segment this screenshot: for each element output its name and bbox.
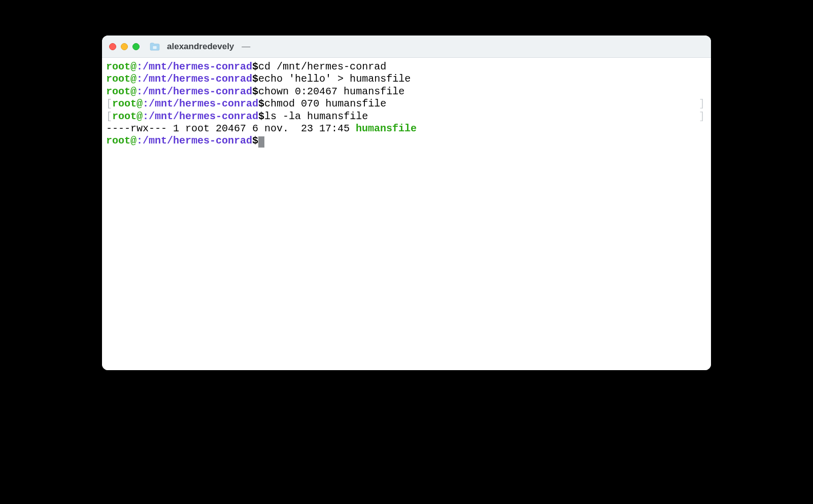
traffic-lights	[109, 43, 140, 50]
terminal-line: root@:/mnt/hermes-conrad$echo 'hello' > …	[106, 73, 707, 85]
left-bracket: [	[106, 98, 112, 110]
prompt-dollar: $	[252, 135, 258, 147]
window-title-suffix: —	[242, 42, 250, 52]
terminal-line: root@:/mnt/hermes-conrad$cd /mnt/hermes-…	[106, 61, 707, 73]
prompt-sep: :	[143, 98, 149, 110]
prompt-path: /mnt/hermes-conrad	[149, 111, 258, 122]
prompt-sep: :	[137, 135, 143, 147]
command-text: ls -la humansfile	[264, 111, 368, 122]
command-text: cd /mnt/hermes-conrad	[258, 61, 386, 73]
terminal-line: ----rwx--- 1 root 20467 6 nov. 23 17:45 …	[106, 123, 707, 135]
prompt-path: /mnt/hermes-conrad	[143, 135, 252, 147]
filename: humansfile	[356, 123, 417, 134]
prompt-dollar: $	[252, 61, 258, 73]
prompt-dollar: $	[258, 98, 264, 110]
prompt-sep: :	[137, 86, 143, 97]
terminal-window: alexandredevely — root@:/mnt/hermes-conr…	[102, 35, 711, 370]
prompt-dollar: $	[252, 73, 258, 85]
prompt-user: root@	[112, 111, 143, 122]
prompt-path: /mnt/hermes-conrad	[143, 73, 252, 85]
prompt-user: root@	[106, 135, 137, 147]
right-bracket: ]	[699, 111, 705, 123]
right-bracket: ]	[699, 98, 705, 110]
titlebar[interactable]: alexandredevely —	[102, 35, 711, 58]
prompt-path: /mnt/hermes-conrad	[143, 86, 252, 97]
left-bracket: [	[106, 111, 112, 122]
terminal-line: root@:/mnt/hermes-conrad$chown 0:20467 h…	[106, 86, 707, 98]
prompt-path: /mnt/hermes-conrad	[149, 98, 258, 110]
terminal-line: root@:/mnt/hermes-conrad$	[106, 135, 707, 147]
cursor	[258, 136, 264, 148]
prompt-sep: :	[143, 111, 149, 122]
prompt-user: root@	[106, 61, 137, 73]
terminal-line: [root@:/mnt/hermes-conrad$chmod 070 huma…	[106, 98, 707, 110]
prompt-sep: :	[137, 61, 143, 73]
terminal-line: [root@:/mnt/hermes-conrad$ls -la humansf…	[106, 111, 707, 123]
ls-output: ----rwx--- 1 root 20467 6 nov. 23 17:45	[106, 123, 356, 134]
command-text: chown 0:20467 humansfile	[258, 86, 404, 97]
svg-rect-0	[153, 46, 156, 49]
prompt-path: /mnt/hermes-conrad	[143, 61, 252, 73]
folder-icon	[149, 42, 160, 51]
prompt-user: root@	[112, 98, 143, 110]
close-button[interactable]	[109, 43, 116, 50]
prompt-sep: :	[137, 73, 143, 85]
command-text: chmod 070 humansfile	[264, 98, 386, 110]
terminal-content[interactable]: root@:/mnt/hermes-conrad$cd /mnt/hermes-…	[102, 58, 711, 370]
prompt-dollar: $	[258, 111, 264, 122]
window-title: alexandredevely	[167, 42, 234, 52]
command-text: echo 'hello' > humansfile	[258, 73, 411, 85]
minimize-button[interactable]	[121, 43, 128, 50]
prompt-dollar: $	[252, 86, 258, 97]
prompt-user: root@	[106, 73, 137, 85]
maximize-button[interactable]	[132, 43, 140, 50]
prompt-user: root@	[106, 86, 137, 97]
